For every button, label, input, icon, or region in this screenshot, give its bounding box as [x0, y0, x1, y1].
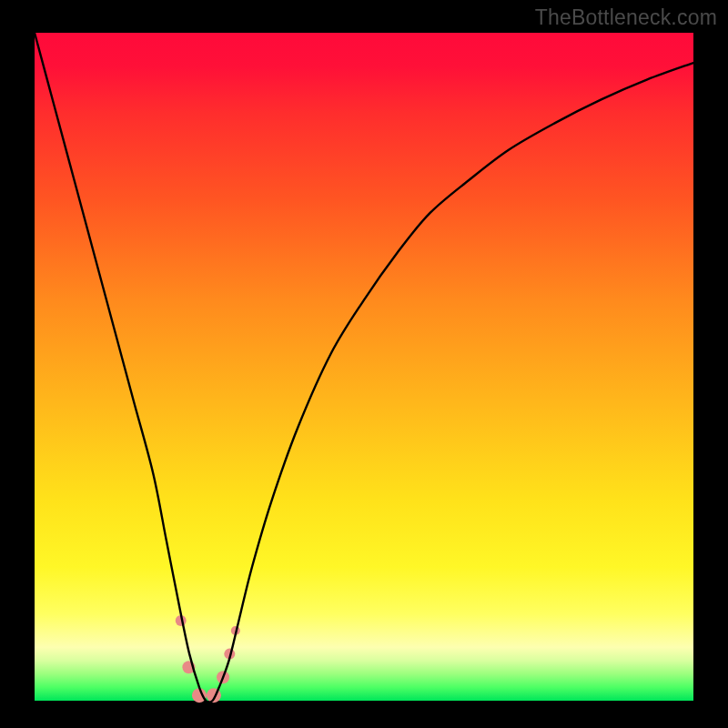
watermark-text: TheBottleneck.com [535, 5, 717, 30]
plot-background [35, 33, 693, 701]
chart-frame: TheBottleneck.com [0, 0, 728, 728]
